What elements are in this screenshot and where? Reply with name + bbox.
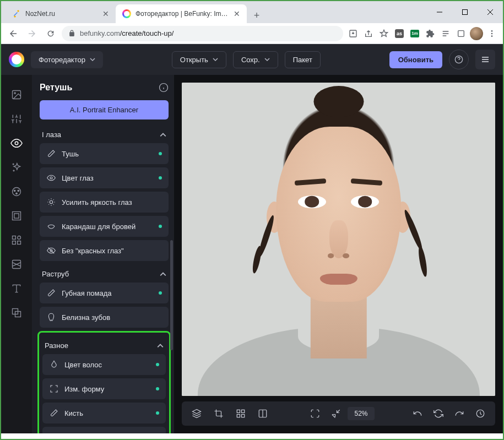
editor-mode-dropdown[interactable]: Фоторедактор (31, 51, 103, 68)
svg-rect-35 (237, 415, 240, 417)
svg-point-28 (50, 200, 52, 203)
svg-rect-33 (237, 410, 240, 412)
profile-avatar[interactable] (470, 27, 483, 40)
lock-icon (68, 30, 75, 37)
svg-rect-1 (463, 10, 468, 15)
reset-icon[interactable] (429, 404, 448, 423)
svg-point-14 (14, 190, 15, 192)
rail-adjust-icon[interactable] (6, 108, 28, 130)
close-icon[interactable]: ✕ (234, 9, 240, 18)
premium-dot-icon (159, 152, 162, 155)
maximize-button[interactable] (452, 1, 478, 23)
rail-textures-icon[interactable] (6, 302, 28, 324)
befunky-logo-icon[interactable] (9, 52, 24, 67)
bookmark-icon[interactable] (377, 27, 391, 40)
compare-icon[interactable] (253, 404, 272, 423)
ai-portrait-button[interactable]: A.I. Portrait Enhancer (40, 100, 169, 119)
undo-icon[interactable] (408, 404, 427, 423)
rail-effects-icon[interactable] (6, 156, 28, 178)
rail-touchup-icon[interactable] (6, 132, 28, 154)
close-icon[interactable]: ✕ (102, 9, 109, 18)
share-icon[interactable] (362, 27, 375, 40)
svg-rect-36 (242, 415, 245, 417)
rail-artsy-icon[interactable] (6, 181, 28, 203)
upgrade-label: Обновить (398, 56, 433, 64)
zoom-level[interactable]: 52% (348, 407, 374, 420)
rail-graphics-icon[interactable] (6, 229, 28, 251)
url-host: befunky.com/create/touch-up/ (80, 29, 174, 37)
batch-button[interactable]: Пакет (285, 51, 321, 68)
crop-icon[interactable] (209, 404, 228, 423)
app-root: Фоторедактор Открыть Сохр. Пакет Обновит… (1, 44, 503, 433)
svg-point-20 (18, 236, 21, 240)
section-eyes-header[interactable]: І лаза (40, 125, 169, 143)
downloads-icon[interactable] (454, 27, 468, 40)
tool-eye-color[interactable]: Цвет глаз (40, 167, 169, 188)
back-button[interactable] (6, 26, 21, 41)
help-button[interactable] (449, 50, 469, 69)
chevron-down-icon (264, 57, 270, 62)
upgrade-button[interactable]: Обновить (389, 51, 442, 68)
tool-redeye[interactable]: Без "красных глаз" (40, 240, 169, 261)
browser-tab-1[interactable]: Фоторедактор | BeFunky: Image ✕ (116, 4, 247, 23)
premium-dot-icon (156, 363, 159, 366)
premium-dot-icon (159, 225, 162, 228)
tool-label: Тушь (62, 150, 79, 158)
save-button[interactable]: Сохр. (233, 51, 278, 68)
browser-tab-0[interactable]: NozNet.ru ✕ (6, 4, 116, 23)
menu-icon[interactable] (485, 27, 498, 40)
tool-lipstick[interactable]: Губная помада (40, 283, 169, 303)
svg-rect-34 (242, 410, 245, 412)
canvas-toolbar: 52% (182, 401, 495, 426)
close-window-button[interactable] (478, 1, 503, 23)
extensions-menu-icon[interactable] (424, 27, 437, 40)
tool-eye-brighten[interactable]: Усилить яркость глаз (40, 192, 169, 213)
svg-point-7 (491, 32, 493, 34)
rail-frames-icon[interactable] (6, 205, 28, 227)
window-controls (427, 1, 503, 23)
tool-mascara[interactable]: Тушь (40, 143, 169, 164)
forward-button[interactable] (24, 26, 40, 41)
droplet-icon (49, 360, 59, 370)
chevron-down-icon (90, 57, 95, 62)
tooth-icon (46, 312, 56, 322)
grid-icon[interactable] (231, 404, 250, 423)
panel-scrollbar[interactable] (170, 240, 173, 350)
open-button[interactable]: Открыть (172, 51, 226, 68)
lipstick-icon (46, 288, 56, 298)
fit-icon[interactable] (327, 404, 345, 423)
new-tab-button[interactable]: + (249, 8, 264, 23)
svg-point-6 (491, 30, 493, 32)
fullscreen-icon[interactable] (306, 404, 324, 423)
rail-image-icon[interactable] (6, 84, 28, 106)
section-misc-title: Разное (45, 341, 68, 350)
batch-label: Пакет (293, 56, 312, 64)
section-mouth-header[interactable]: Раструб (40, 264, 169, 283)
extension-icon[interactable]: as (393, 27, 406, 40)
section-misc-header[interactable]: Разное (42, 336, 166, 354)
redo-icon[interactable] (450, 404, 469, 423)
chevron-up-icon (160, 132, 166, 138)
history-icon[interactable] (471, 404, 490, 423)
tool-rail (1, 75, 32, 433)
tool-reshape[interactable]: Изм. форму (42, 378, 166, 399)
info-icon[interactable] (159, 83, 169, 93)
rail-overlays-icon[interactable] (6, 253, 28, 275)
hamburger-menu-button[interactable] (475, 50, 495, 69)
tool-label: Губная помада (62, 289, 112, 297)
tool-eyebrow-pencil[interactable]: Карандаш для бровей (40, 216, 169, 237)
extension-icon[interactable]: 1m (408, 27, 421, 40)
tool-hair-color[interactable]: Цвет волос (42, 354, 166, 375)
rail-text-icon[interactable] (6, 278, 28, 300)
canvas-viewport[interactable] (182, 83, 495, 396)
svg-point-12 (15, 142, 18, 145)
minimize-button[interactable] (427, 1, 452, 23)
layers-icon[interactable] (187, 404, 206, 423)
install-icon[interactable] (346, 27, 360, 40)
reload-button[interactable] (43, 26, 58, 41)
tool-brush[interactable]: Кисть (42, 403, 166, 423)
tool-body-reshape[interactable]: Корректировка фигуры (42, 427, 166, 433)
tool-teeth-whiten[interactable]: Белизна зубов (40, 307, 169, 328)
url-input[interactable]: befunky.com/create/touch-up/ (62, 26, 343, 41)
reading-list-icon[interactable] (439, 27, 452, 40)
